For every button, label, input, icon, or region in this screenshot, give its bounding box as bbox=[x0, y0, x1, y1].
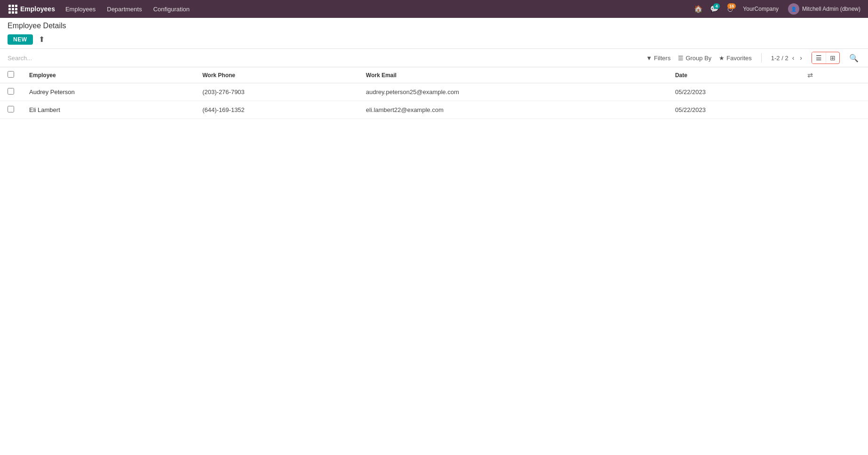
employee-name-1: Eli Lambert bbox=[29, 106, 60, 113]
groupby-icon: ☰ bbox=[678, 55, 684, 62]
row-checkbox-cell bbox=[0, 83, 22, 101]
favorites-label: Favorites bbox=[726, 55, 751, 62]
filters-button[interactable]: ▼ Filters bbox=[646, 55, 670, 62]
row-checkbox-0[interactable] bbox=[8, 88, 14, 95]
row-checkbox-1[interactable] bbox=[8, 106, 14, 112]
employees-table: Employee Work Phone Work Email Date ⇄ bbox=[0, 67, 868, 119]
row-checkbox-cell bbox=[0, 101, 22, 119]
chat-icon[interactable]: 💬 4 bbox=[707, 2, 721, 16]
search-controls: ▼ Filters ☰ Group By ★ Favorites 1-2 / 2… bbox=[646, 52, 860, 64]
employee-name-cell: Audrey Peterson bbox=[22, 83, 195, 101]
upload-button[interactable]: ⬆ bbox=[37, 34, 47, 45]
prev-page-button[interactable]: ‹ bbox=[790, 53, 796, 63]
work-phone-cell-0: (203)-276-7903 bbox=[195, 83, 358, 101]
new-button[interactable]: NEW bbox=[8, 34, 33, 45]
company-info[interactable]: YourCompany bbox=[739, 6, 782, 12]
nav-menu: Employees Departments Configuration bbox=[60, 0, 691, 18]
row-extra-1 bbox=[798, 101, 868, 119]
list-view-button[interactable]: ☰ bbox=[812, 52, 826, 64]
sub-header: Employee Details NEW ⬆ bbox=[0, 18, 868, 49]
home-icon[interactable]: 🏠 bbox=[691, 2, 705, 16]
date-cell-0: 05/22/2023 bbox=[668, 83, 798, 101]
header-checkbox-cell bbox=[0, 67, 22, 83]
header-employee: Employee bbox=[22, 67, 195, 83]
table-header-row: Employee Work Phone Work Email Date ⇄ bbox=[0, 67, 868, 83]
filter-view-button[interactable]: ⊞ bbox=[826, 52, 839, 64]
header-work-phone: Work Phone bbox=[195, 67, 358, 83]
navbar: Employees Employees Departments Configur… bbox=[0, 0, 868, 18]
pagination-area: 1-2 / 2 ‹ › bbox=[771, 53, 804, 63]
chat-badge: 4 bbox=[713, 3, 720, 9]
search-input[interactable] bbox=[8, 55, 642, 62]
row-extra-0 bbox=[798, 83, 868, 101]
work-phone-0: (203)-276-7903 bbox=[202, 88, 245, 96]
header-date: Date bbox=[668, 67, 798, 83]
work-email-cell-1: eli.lambert22@example.com bbox=[358, 101, 668, 119]
toolbar: NEW ⬆ bbox=[8, 34, 860, 45]
employee-name-0: Audrey Peterson bbox=[29, 88, 75, 96]
search-trigger-button[interactable]: 🔍 bbox=[847, 53, 860, 64]
employee-name-cell-1: Eli Lambert bbox=[22, 101, 195, 119]
timer-badge: 16 bbox=[727, 3, 736, 9]
view-toggle: ☰ ⊞ bbox=[812, 52, 840, 64]
table-wrapper: Employee Work Phone Work Email Date ⇄ bbox=[0, 67, 868, 119]
search-wrapper bbox=[8, 55, 642, 62]
date-0: 05/22/2023 bbox=[675, 88, 706, 96]
pagination-text: 1-2 / 2 bbox=[771, 55, 788, 62]
app-brand[interactable]: Employees bbox=[4, 5, 60, 14]
date-cell-1: 05/22/2023 bbox=[668, 101, 798, 119]
nav-item-employees[interactable]: Employees bbox=[60, 0, 101, 18]
content-wrapper: Employee Details NEW ⬆ ▼ Filters ☰ Group… bbox=[0, 18, 868, 455]
header-work-email: Work Email bbox=[358, 67, 668, 83]
user-info[interactable]: 👤 Mitchell Admin (dbnew) bbox=[784, 3, 864, 15]
navbar-right: 🏠 💬 4 ⏱ 16 YourCompany 👤 Mitchell Admin … bbox=[691, 2, 864, 16]
search-row: ▼ Filters ☰ Group By ★ Favorites 1-2 / 2… bbox=[0, 49, 868, 67]
work-email-1: eli.lambert22@example.com bbox=[366, 106, 444, 113]
filters-label: Filters bbox=[654, 55, 670, 62]
optional-cols-icon[interactable]: ⇄ bbox=[805, 70, 815, 81]
divider bbox=[761, 53, 762, 63]
nav-item-departments[interactable]: Departments bbox=[101, 0, 147, 18]
table-row[interactable]: Audrey Peterson (203)-276-7903 audrey.pe… bbox=[0, 83, 868, 101]
groupby-label: Group By bbox=[685, 55, 711, 62]
work-email-0: audrey.peterson25@example.com bbox=[366, 88, 459, 96]
work-email-cell-0: audrey.peterson25@example.com bbox=[358, 83, 668, 101]
filter-icon: ▼ bbox=[646, 55, 652, 62]
date-1: 05/22/2023 bbox=[675, 106, 706, 113]
work-phone-cell-1: (644)-169-1352 bbox=[195, 101, 358, 119]
app-grid-icon bbox=[8, 5, 17, 14]
user-avatar: 👤 bbox=[788, 3, 799, 15]
work-phone-1: (644)-169-1352 bbox=[202, 106, 245, 113]
star-icon: ★ bbox=[719, 55, 725, 62]
table-row[interactable]: Eli Lambert (644)-169-1352 eli.lambert22… bbox=[0, 101, 868, 119]
app-name: Employees bbox=[20, 5, 55, 13]
page-title: Employee Details bbox=[8, 22, 860, 30]
next-page-button[interactable]: › bbox=[798, 53, 804, 63]
nav-item-configuration[interactable]: Configuration bbox=[148, 0, 195, 18]
timer-icon[interactable]: ⏱ 16 bbox=[723, 2, 737, 16]
select-all-checkbox[interactable] bbox=[8, 71, 14, 78]
header-optional-cols[interactable]: ⇄ bbox=[798, 67, 868, 83]
company-name: YourCompany bbox=[743, 6, 779, 12]
favorites-button[interactable]: ★ Favorites bbox=[719, 55, 751, 62]
user-name: Mitchell Admin (dbnew) bbox=[802, 6, 860, 12]
groupby-button[interactable]: ☰ Group By bbox=[678, 55, 711, 62]
